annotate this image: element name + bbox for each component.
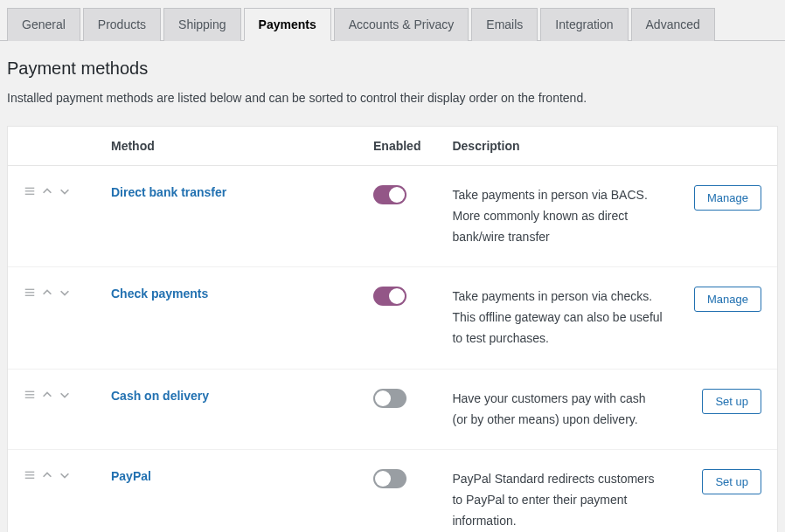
setup-button[interactable]: Set up (702, 469, 761, 494)
chevron-down-icon[interactable] (59, 389, 71, 401)
svg-rect-0 (25, 188, 35, 189)
drag-handle-icon[interactable] (24, 469, 36, 481)
manage-button[interactable]: Manage (694, 185, 761, 211)
svg-rect-2 (25, 194, 35, 195)
svg-rect-7 (25, 394, 35, 395)
enabled-toggle[interactable] (373, 185, 406, 204)
tab-payments[interactable]: Payments (244, 8, 331, 41)
tab-advanced[interactable]: Advanced (631, 8, 715, 41)
tab-accounts-privacy[interactable]: Accounts & Privacy (334, 8, 469, 41)
col-sort (8, 127, 95, 166)
method-link[interactable]: PayPal (111, 469, 151, 483)
col-action (678, 127, 777, 166)
svg-rect-3 (25, 289, 35, 290)
tab-shipping[interactable]: Shipping (163, 8, 241, 41)
tab-general[interactable]: General (7, 8, 80, 41)
payment-methods-table: Method Enabled Description Direct bank t… (7, 126, 778, 532)
method-description: Have your customers pay with cash (or by… (452, 391, 645, 426)
method-description: PayPal Standard redirects customers to P… (452, 472, 654, 528)
svg-rect-8 (25, 397, 35, 397)
chevron-down-icon[interactable] (59, 287, 71, 299)
table-row: Check paymentsTake payments in person vi… (8, 267, 777, 369)
manage-button[interactable]: Manage (694, 287, 761, 312)
page-title: Payment methods (7, 59, 778, 79)
chevron-down-icon[interactable] (59, 469, 71, 481)
tab-integration[interactable]: Integration (540, 8, 628, 41)
enabled-toggle[interactable] (373, 389, 406, 408)
col-enabled: Enabled (358, 127, 436, 166)
svg-rect-4 (25, 293, 35, 294)
chevron-up-icon[interactable] (41, 185, 53, 197)
tab-emails[interactable]: Emails (471, 8, 538, 41)
chevron-up-icon[interactable] (41, 389, 53, 401)
drag-handle-icon[interactable] (24, 287, 36, 299)
svg-rect-10 (25, 475, 35, 476)
table-row: Direct bank transferTake payments in per… (8, 166, 777, 267)
settings-tabs: General Products Shipping Payments Accou… (7, 0, 785, 40)
svg-rect-11 (25, 478, 35, 479)
method-description: Take payments in person via BACS. More c… (452, 188, 647, 244)
col-method: Method (95, 127, 358, 166)
tab-products[interactable]: Products (83, 8, 161, 41)
svg-rect-1 (25, 190, 35, 191)
setup-button[interactable]: Set up (702, 389, 761, 414)
chevron-down-icon[interactable] (59, 185, 71, 197)
method-description: Take payments in person via checks. This… (452, 289, 662, 345)
method-link[interactable]: Direct bank transfer (111, 185, 226, 199)
table-row: PayPalPayPal Standard redirects customer… (8, 450, 777, 532)
method-link[interactable]: Check payments (111, 287, 208, 301)
table-row: Cash on deliveryHave your customers pay … (8, 369, 777, 450)
col-description: Description (436, 127, 678, 166)
svg-rect-5 (25, 295, 35, 296)
drag-handle-icon[interactable] (24, 389, 36, 401)
drag-handle-icon[interactable] (24, 185, 36, 197)
page-subtitle: Installed payment methods are listed bel… (7, 91, 778, 105)
chevron-up-icon[interactable] (41, 469, 53, 481)
chevron-up-icon[interactable] (41, 287, 53, 299)
enabled-toggle[interactable] (373, 287, 406, 306)
svg-rect-9 (25, 472, 35, 473)
enabled-toggle[interactable] (373, 469, 406, 488)
method-link[interactable]: Cash on delivery (111, 389, 209, 403)
svg-rect-6 (25, 390, 35, 391)
